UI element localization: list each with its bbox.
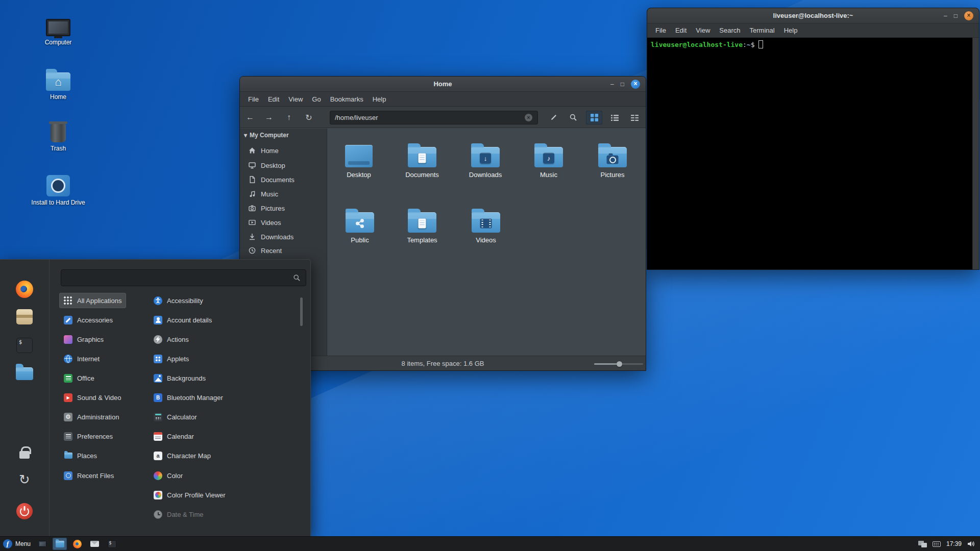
menu-view[interactable]: View (691, 27, 715, 34)
file-item-videos[interactable]: Videos (457, 203, 514, 244)
category-internet[interactable]: Internet (59, 351, 104, 366)
favorite-files[interactable] (16, 367, 33, 380)
sidebar-item-music[interactable]: Music (240, 187, 327, 201)
menu-terminal[interactable]: Terminal (745, 27, 779, 34)
app-calculator[interactable]: Calculator (149, 409, 202, 424)
file-manager-titlebar[interactable]: Home – □ × (240, 77, 646, 92)
file-item-documents[interactable]: Documents (394, 138, 451, 179)
forward-button[interactable]: → (262, 110, 276, 124)
menu-help[interactable]: Help (368, 95, 391, 103)
maximize-button[interactable]: □ (954, 13, 958, 19)
menu-bookmarks[interactable]: Bookmarks (326, 95, 368, 103)
zoom-slider[interactable] (594, 363, 643, 365)
category-graphics[interactable]: Graphics (59, 332, 108, 347)
menu-edit[interactable]: Edit (263, 95, 284, 103)
minimize-button[interactable]: – (944, 13, 947, 19)
category-recent-files[interactable]: Recent Files (59, 468, 118, 483)
network-icon[interactable] (918, 541, 927, 547)
sidebar-item-downloads[interactable]: Downloads (240, 230, 327, 243)
volume-icon[interactable] (967, 540, 975, 547)
session-lock[interactable] (19, 445, 30, 459)
menu-file[interactable]: File (651, 27, 671, 34)
menu-button[interactable]: f Menu (0, 537, 35, 551)
category-preferences[interactable]: Preferences (59, 429, 117, 444)
sidebar-section-my-computer[interactable]: ▾ My Computer (244, 132, 289, 139)
edit-location-icon[interactable] (547, 110, 561, 124)
menu-view[interactable]: View (284, 95, 307, 103)
refresh-button[interactable]: ↻ (302, 110, 316, 124)
category-sound-video[interactable]: ▶ Sound & Video (59, 390, 126, 405)
back-button[interactable]: ← (243, 110, 257, 124)
category-all-applications[interactable]: All Applications (59, 293, 126, 308)
category-administration[interactable]: ⚙ Administration (59, 409, 124, 424)
sidebar-item-documents[interactable]: Documents (240, 173, 327, 186)
session-shutdown[interactable] (16, 503, 33, 519)
clock[interactable]: 17:39 (946, 540, 962, 547)
close-button[interactable]: × (964, 11, 973, 20)
bluetooth-icon: B (154, 393, 162, 402)
terminal-output[interactable]: liveuser@localhost-live:~$ (647, 38, 972, 269)
show-desktop-button[interactable] (35, 538, 50, 550)
app-bluetooth-manager[interactable]: B Bluetooth Manager (149, 390, 228, 405)
file-item-music[interactable]: ♪ Music (520, 138, 577, 179)
menu-search[interactable]: Search (715, 27, 745, 34)
category-office[interactable]: Office (59, 370, 99, 386)
category-label: Graphics (77, 336, 104, 343)
app-character-map[interactable]: a Character Map (149, 448, 215, 463)
app-applets[interactable]: Applets (149, 351, 193, 366)
file-item-pictures[interactable]: Pictures (584, 138, 641, 179)
maximize-button[interactable]: □ (621, 81, 624, 87)
keyboard-layout-icon[interactable] (933, 541, 941, 547)
favorite-terminal[interactable]: $ (16, 338, 33, 353)
menu-search-input[interactable] (61, 269, 306, 286)
close-button[interactable]: × (631, 80, 640, 89)
mail-launcher[interactable] (87, 538, 102, 550)
category-places[interactable]: Places (59, 448, 102, 463)
app-date-time[interactable]: Date & Time (149, 507, 208, 522)
compact-view-button[interactable] (626, 111, 643, 124)
menu-scrollbar[interactable] (300, 297, 303, 326)
favorite-software[interactable] (16, 309, 33, 324)
zoom-slider-knob[interactable] (617, 361, 622, 367)
app-calendar[interactable]: Calendar (149, 429, 199, 444)
file-manager-content[interactable]: Desktop Documents ↓ Downloads ♪ Music Pi… (328, 129, 646, 356)
app-actions[interactable]: Actions (149, 332, 193, 347)
desktop-icon-home[interactable]: ⌂ Home (30, 72, 87, 101)
session-logout[interactable]: ↻ (19, 473, 30, 486)
clear-location-icon[interactable]: × (525, 114, 532, 121)
app-account-details[interactable]: Account details (149, 312, 216, 328)
sidebar-item-videos[interactable]: Videos (240, 216, 327, 229)
firefox-launcher[interactable] (70, 538, 84, 550)
desktop-icon-trash[interactable]: Trash (30, 124, 87, 152)
search-icon[interactable] (566, 110, 580, 124)
terminal-launcher[interactable]: $ (105, 538, 119, 550)
app-color-profile-viewer[interactable]: Color Profile Viewer (149, 487, 230, 503)
app-color[interactable]: Color (149, 468, 187, 483)
menu-help[interactable]: Help (779, 27, 802, 34)
sidebar-item-recent[interactable]: Recent (240, 244, 327, 257)
file-item-desktop[interactable]: Desktop (330, 138, 387, 179)
minimize-button[interactable]: – (610, 81, 614, 87)
terminal-scrollbar[interactable] (972, 38, 979, 269)
file-item-public[interactable]: Public (331, 203, 388, 244)
up-button[interactable]: ↑ (282, 110, 296, 124)
terminal-titlebar[interactable]: liveuser@localhost-live:~ – □ × (647, 8, 979, 23)
category-accessories[interactable]: Accessories (59, 312, 117, 328)
menu-file[interactable]: File (243, 95, 263, 103)
file-item-templates[interactable]: Templates (394, 203, 451, 244)
favorite-firefox[interactable] (16, 281, 33, 298)
file-item-downloads[interactable]: ↓ Downloads (457, 138, 514, 179)
app-accessibility[interactable]: Accessibility (149, 293, 208, 308)
location-input[interactable] (330, 111, 538, 124)
menu-edit[interactable]: Edit (671, 27, 691, 34)
sidebar-item-desktop[interactable]: Desktop (240, 159, 327, 172)
sidebar-item-pictures[interactable]: Pictures (240, 202, 327, 215)
menu-go[interactable]: Go (307, 95, 325, 103)
icon-view-button[interactable] (586, 111, 602, 124)
sidebar-item-home[interactable]: Home (240, 144, 327, 157)
app-backgrounds[interactable]: Backgrounds (149, 370, 210, 386)
desktop-icon-computer[interactable]: Computer (30, 19, 87, 46)
file-manager-task-button[interactable] (53, 538, 67, 550)
desktop-icon-install[interactable]: Install to Hard Drive (30, 175, 87, 206)
list-view-button[interactable] (606, 111, 623, 124)
